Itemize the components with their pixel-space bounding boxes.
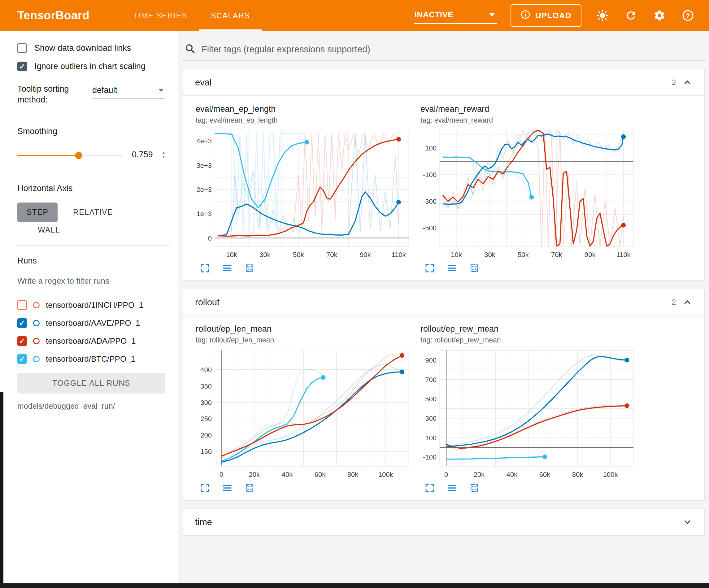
search-icon: [185, 43, 195, 55]
toggle-all-runs-button[interactable]: TOGGLE ALL RUNS: [17, 373, 165, 393]
section-eval-header[interactable]: eval 2: [183, 69, 704, 96]
collapse-chevron-up-icon[interactable]: [682, 77, 692, 87]
fit-domain-icon[interactable]: [469, 482, 480, 493]
chart-plot-area[interactable]: 150200250300350400020k40k60k80k100k: [196, 346, 412, 482]
dashboard-main: eval 2 eval/mean_ep_length tag: eval/mea…: [178, 31, 709, 588]
run-item[interactable]: ✓tensorboard/ADA/PPO_1: [17, 332, 165, 350]
tag-filter-bar[interactable]: [183, 40, 705, 60]
axis-relative-button[interactable]: RELATIVE: [64, 203, 122, 222]
svg-text:80k: 80k: [572, 471, 583, 478]
svg-text:900: 900: [425, 356, 437, 364]
svg-text:90k: 90k: [584, 251, 596, 259]
chart-plot-area[interactable]: 900700500300100-100020k40k60k80k100k: [420, 346, 637, 482]
chart-card-rollout-ep-rew-mean: rollout/ep_rew_mean tag: rollout/ep_rew_…: [420, 324, 637, 493]
run-checkbox[interactable]: [17, 300, 27, 310]
run-label: tensorboard/1INCH/PPO_1: [46, 300, 143, 310]
horizontal-scrollbar[interactable]: [0, 583, 709, 588]
svg-text:0: 0: [444, 471, 448, 478]
chart-title: eval/mean_ep_length: [196, 104, 412, 114]
axis-wall-button[interactable]: WALL: [28, 220, 69, 239]
full-width-icon[interactable]: [446, 262, 457, 274]
fit-domain-icon[interactable]: [244, 482, 255, 493]
run-checkbox[interactable]: ✓: [17, 354, 27, 364]
tab-scalars[interactable]: SCALARS: [199, 0, 262, 31]
smoothing-value: 0.759: [132, 150, 153, 159]
help-icon[interactable]: ?: [681, 8, 695, 23]
svg-text:2e+3: 2e+3: [196, 186, 212, 194]
tag-filter-input[interactable]: [202, 44, 703, 54]
expand-card-icon[interactable]: [424, 262, 435, 274]
chevron-down-icon: [489, 13, 495, 17]
svg-text:70k: 70k: [551, 251, 562, 259]
chart-card-eval-mean-reward: eval/mean_reward tag: eval/mean_reward 1…: [420, 104, 637, 274]
chart-plot-area[interactable]: 100-100-300-50010k30k50k70k90k110k: [420, 126, 637, 262]
run-checkbox[interactable]: ✓: [17, 336, 27, 346]
settings-gear-icon[interactable]: [652, 8, 667, 23]
section-title: rollout: [195, 297, 219, 307]
divider: [17, 245, 170, 246]
svg-text:110k: 110k: [616, 251, 631, 259]
svg-text:3e+3: 3e+3: [196, 162, 212, 169]
full-width-icon[interactable]: [222, 262, 233, 274]
svg-text:100: 100: [425, 434, 437, 442]
svg-text:350: 350: [200, 382, 212, 390]
expand-card-icon[interactable]: [200, 482, 211, 493]
expand-card-icon[interactable]: [424, 482, 435, 493]
run-item[interactable]: tensorboard/1INCH/PPO_1: [17, 296, 165, 314]
svg-text:40k: 40k: [506, 471, 518, 478]
svg-text:0: 0: [219, 471, 223, 478]
full-width-icon[interactable]: [446, 482, 457, 493]
run-item[interactable]: ✓tensorboard/AAVE/PPO_1: [17, 314, 165, 332]
runs-regex-input[interactable]: [17, 274, 121, 289]
fit-domain-icon[interactable]: [469, 262, 480, 274]
brightness-icon[interactable]: [595, 8, 610, 23]
refresh-icon[interactable]: [624, 8, 638, 23]
section-time-header[interactable]: time: [183, 509, 704, 535]
status-dropdown[interactable]: INACTIVE: [414, 7, 497, 24]
run-checkbox[interactable]: ✓: [17, 318, 27, 328]
sidebar-scrollbar[interactable]: [0, 392, 3, 588]
expand-card-icon[interactable]: [200, 262, 211, 274]
axis-step-button[interactable]: STEP: [17, 203, 58, 222]
app-title: TensorBoard: [17, 9, 89, 22]
option-show-download-links[interactable]: Show data download links: [17, 43, 165, 53]
smoothing-slider[interactable]: [17, 155, 123, 156]
collapse-chevron-down-icon[interactable]: [682, 517, 692, 527]
run-color-ring: [33, 338, 40, 344]
chevron-down-icon: [159, 89, 163, 92]
svg-text:200: 200: [200, 431, 212, 439]
upload-button[interactable]: UPLOAD: [510, 4, 581, 27]
show-download-links-checkbox[interactable]: [17, 43, 27, 53]
ignore-outliers-checkbox[interactable]: ✓: [17, 61, 27, 71]
svg-text:80k: 80k: [347, 471, 359, 478]
svg-text:500: 500: [425, 395, 437, 403]
collapse-chevron-up-icon[interactable]: [682, 297, 692, 307]
svg-text:20k: 20k: [474, 471, 485, 478]
section-count: 2: [672, 78, 676, 87]
fit-domain-icon[interactable]: [244, 262, 255, 274]
svg-text:90k: 90k: [360, 251, 371, 259]
smoothing-value-input[interactable]: 0.759 ▴▾: [131, 149, 165, 162]
runs-list: tensorboard/1INCH/PPO_1✓tensorboard/AAVE…: [17, 296, 165, 368]
svg-text:0: 0: [208, 234, 212, 242]
section-time: time: [183, 509, 705, 535]
chart-plot-area[interactable]: 01e+32e+33e+34e+310k30k50k70k90k110k: [196, 126, 412, 262]
svg-text:50k: 50k: [518, 251, 529, 259]
svg-text:110k: 110k: [392, 251, 406, 259]
option-ignore-outliers[interactable]: ✓ Ignore outliers in chart scaling: [17, 61, 165, 71]
section-title: time: [195, 517, 212, 527]
tooltip-sorting-dropdown[interactable]: default: [91, 84, 165, 99]
svg-text:-500: -500: [423, 224, 437, 232]
svg-text:?: ?: [686, 12, 690, 20]
svg-text:50k: 50k: [293, 251, 304, 259]
svg-text:-300: -300: [423, 198, 437, 205]
tab-time-series[interactable]: TIME SERIES: [122, 0, 199, 31]
stepper-arrows-icon[interactable]: ▴▾: [162, 151, 165, 158]
run-item[interactable]: ✓tensorboard/BTC/PPO_1: [17, 350, 165, 368]
chart-tag: tag: eval/mean_reward: [420, 116, 637, 125]
full-width-icon[interactable]: [222, 482, 233, 493]
svg-text:-100: -100: [423, 171, 437, 179]
chart-card-rollout-ep-len-mean: rollout/ep_len_mean tag: rollout/ep_len_…: [196, 324, 412, 493]
slider-thumb[interactable]: [75, 152, 82, 159]
section-rollout-header[interactable]: rollout 2: [183, 289, 704, 315]
